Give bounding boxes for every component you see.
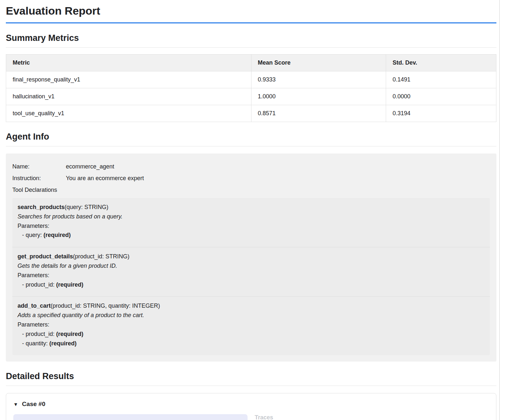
case-title: Case #0 [22,401,45,408]
tool-parameters-label: Parameters: [18,221,485,231]
collapse-triangle-icon: ▼ [13,401,18,407]
metric-name: tool_use_quality_v1 [6,105,251,122]
agent-instruction-label: Instruction: [12,175,66,182]
param-required: (required) [43,232,71,238]
tool-signature: get_product_details(product_id: STRING) [18,252,485,261]
agent-instruction-row: Instruction: You are an ecommerce expert [12,175,490,182]
page-title: Evaluation Report [6,5,496,17]
tool-parameters-label: Parameters: [18,271,485,280]
tool-parameter: - query: (required) [18,230,485,240]
param-required: (required) [56,281,83,288]
metric-mean: 0.8571 [251,105,386,122]
tool-declarations-label: Tool Declarations [12,187,490,193]
tool-name: search_products [18,204,65,210]
metric-mean: 1.0000 [251,88,386,105]
param-text: - product_id: [22,331,56,337]
tool-signature: add_to_cart(product_id: STRING, quantity… [18,301,485,311]
summary-metrics-table: Metric Mean Score Std. Dev. final_respon… [6,54,496,122]
agent-info-heading: Agent Info [6,132,496,146]
tool-name: add_to_cart [18,303,51,309]
tool-parameters-label: Parameters: [18,320,485,329]
tool-declaration: get_product_details(product_id: STRING) … [12,247,490,297]
agent-info-box: Name: ecommerce_agent Instruction: You a… [6,154,496,362]
metric-std: 0.3194 [386,105,496,122]
tool-args: (query: STRING) [65,204,108,210]
tool-args: (product_id: STRING) [73,253,129,260]
tool-parameter: - quantity: (required) [18,339,485,348]
case-right-column: Traces [255,414,489,420]
title-accent-rule [6,22,496,23]
case-card: ▼ Case #0 Prompt: Search for 'noise-canc… [6,393,496,420]
agent-name-value: ecommerce_agent [66,163,114,170]
param-required: (required) [49,340,77,347]
tool-description: Gets the details for a given product ID. [18,261,485,271]
prompt-box: Prompt: Search for 'noise-cancelling hea… [13,414,248,420]
summary-metrics-heading: Summary Metrics [6,33,496,48]
case-left-column: Prompt: Search for 'noise-cancelling hea… [13,414,248,420]
tool-declarations-box: search_products(query: STRING) Searches … [12,198,490,355]
detailed-results-heading: Detailed Results [6,371,496,386]
metric-std: 0.1491 [386,71,496,88]
column-header-metric: Metric [6,55,251,71]
param-text: - product_id: [22,281,56,288]
column-header-std-dev: Std. Dev. [386,55,496,71]
column-header-mean-score: Mean Score [251,55,386,71]
tool-name: get_product_details [18,253,73,260]
tool-declaration: add_to_cart(product_id: STRING, quantity… [12,297,490,355]
tool-parameter: - product_id: (required) [18,329,485,339]
table-row: final_response_quality_v1 0.9333 0.1491 [6,71,496,88]
metric-std: 0.0000 [386,88,496,105]
case-collapse-header[interactable]: ▼ Case #0 [13,401,489,408]
tool-description: Adds a specified quantity of a product t… [18,311,485,320]
tool-description: Searches for products based on a query. [18,212,485,221]
param-required: (required) [56,331,83,337]
table-header-row: Metric Mean Score Std. Dev. [6,55,496,71]
tool-declaration: search_products(query: STRING) Searches … [12,198,490,247]
table-row: hallucination_v1 1.0000 0.0000 [6,88,496,105]
traces-label: Traces [255,414,489,420]
agent-instruction-value: You are an ecommerce expert [66,175,144,182]
agent-name-label: Name: [12,163,66,170]
param-text: - query: [22,232,43,238]
report-page: Evaluation Report Summary Metrics Metric… [0,0,500,420]
tool-parameter: - product_id: (required) [18,280,485,290]
tool-signature: search_products(query: STRING) [18,203,485,212]
metric-mean: 0.9333 [251,71,386,88]
agent-name-row: Name: ecommerce_agent [12,163,490,170]
tool-args: (product_id: STRING, quantity: INTEGER) [51,303,160,309]
table-row: tool_use_quality_v1 0.8571 0.3194 [6,105,496,122]
metric-name: final_response_quality_v1 [6,71,251,88]
param-text: - quantity: [22,340,49,347]
metric-name: hallucination_v1 [6,88,251,105]
